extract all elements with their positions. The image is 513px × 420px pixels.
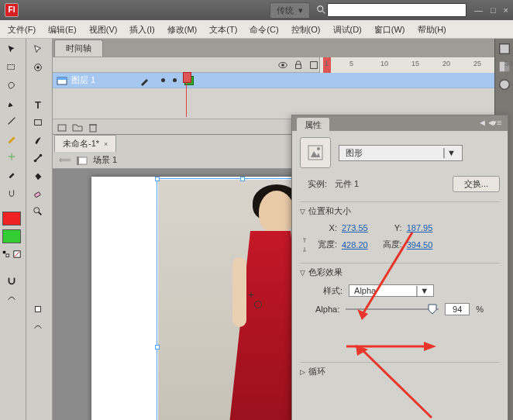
layer-row[interactable]: 图层 1	[53, 73, 494, 88]
maximize-button[interactable]: □	[491, 5, 496, 15]
panel-menu-icon[interactable]: ▾≡	[492, 118, 503, 129]
eraser-tool[interactable]	[28, 186, 48, 201]
instance-type-dropdown[interactable]: 图形 │▼	[339, 145, 463, 161]
close-tab-icon[interactable]: ×	[104, 140, 108, 148]
document-tab-label: 未命名-1*	[63, 138, 99, 150]
alpha-label: Alpha:	[315, 305, 339, 314]
svg-rect-19	[296, 64, 301, 68]
search-icon	[316, 5, 327, 15]
pen-tool[interactable]	[2, 95, 22, 111]
edit-icon	[139, 75, 150, 86]
width-value[interactable]: 428.20	[342, 240, 368, 250]
snap-tool[interactable]	[2, 273, 22, 288]
menu-debug[interactable]: 调试(D)	[327, 20, 368, 38]
alpha-input[interactable]	[445, 303, 470, 315]
menu-control[interactable]: 控制(O)	[285, 20, 327, 38]
minimize-button[interactable]: —	[474, 5, 483, 15]
smooth-tool[interactable]	[2, 291, 22, 306]
bucket-tool[interactable]	[28, 168, 48, 184]
lasso-tool[interactable]	[2, 60, 22, 75]
close-button[interactable]: ×	[504, 5, 508, 15]
timeline-ruler[interactable]: 1 5 10 15 20 25 30	[319, 57, 494, 73]
stroke-swatch[interactable]	[2, 211, 22, 226]
delete-layer-button[interactable]	[87, 121, 99, 133]
timeline-tab[interactable]: 时间轴	[54, 40, 103, 57]
rect-tool[interactable]	[28, 115, 48, 130]
subselection-tool[interactable]	[28, 42, 48, 57]
y-value[interactable]: 187.95	[407, 223, 433, 232]
layout-dropdown[interactable]: 传统 ▾	[270, 2, 310, 19]
bone-tool[interactable]	[28, 150, 48, 166]
fill-swatch[interactable]	[2, 229, 22, 244]
slider-thumb-icon[interactable]	[428, 304, 437, 315]
new-layer-button[interactable]	[56, 121, 68, 133]
height-value[interactable]: 394.50	[407, 240, 433, 250]
option-2[interactable]	[28, 319, 48, 335]
selection-tool[interactable]	[2, 42, 22, 57]
swap-button[interactable]: 交换...	[453, 176, 500, 192]
style-label: 样式:	[323, 285, 343, 297]
chevron-down-icon: │▼	[415, 286, 429, 295]
text-tool[interactable]: T	[28, 97, 48, 112]
style-dropdown[interactable]: Alpha │▼	[349, 284, 434, 297]
hand-tool[interactable]	[2, 184, 22, 200]
alpha-slider[interactable]	[346, 304, 439, 315]
no-color-icon[interactable]	[12, 246, 22, 262]
section-loop[interactable]: ▷ 循环	[300, 363, 500, 380]
lock-ratio-icon[interactable]	[298, 236, 311, 254]
document-tab[interactable]: 未命名-1* ×	[54, 135, 116, 152]
lock-icon[interactable]	[293, 60, 304, 71]
panel-collapse-icon[interactable]: ◄◄	[478, 118, 489, 129]
svg-point-33	[499, 80, 509, 90]
svg-rect-16	[36, 307, 41, 312]
x-value[interactable]: 273.55	[342, 223, 368, 232]
menu-view[interactable]: 视图(V)	[83, 20, 124, 38]
svg-rect-29	[77, 157, 79, 165]
section-position[interactable]: ▽ 位置和大小	[300, 202, 500, 220]
svg-rect-22	[57, 77, 67, 80]
svg-point-36	[317, 147, 320, 150]
menu-modify[interactable]: 修改(M)	[161, 20, 204, 38]
svg-rect-20	[311, 61, 318, 68]
visibility-icon[interactable]	[277, 60, 288, 71]
svg-line-1	[322, 11, 325, 14]
3d-tool[interactable]	[28, 60, 48, 75]
svg-rect-4	[3, 251, 5, 253]
layer-name[interactable]: 图层 1	[71, 74, 136, 86]
outline-icon[interactable]	[308, 60, 319, 71]
alpha-percent: %	[476, 305, 484, 314]
back-arrow-icon[interactable]: ⟸	[59, 155, 71, 165]
dock-icon-1[interactable]	[497, 41, 512, 57]
line-tool[interactable]	[2, 113, 22, 129]
panel-tab[interactable]: 属性	[297, 118, 329, 133]
menu-text[interactable]: 文本(T)	[203, 20, 243, 38]
option-1[interactable]	[28, 301, 48, 317]
svg-point-0	[318, 6, 323, 12]
search-input[interactable]	[327, 3, 467, 17]
menu-edit[interactable]: 编辑(E)	[42, 20, 83, 38]
deco-tool[interactable]	[2, 149, 22, 164]
svg-rect-5	[6, 254, 9, 256]
dock-icon-3[interactable]	[497, 77, 512, 92]
svg-rect-24	[90, 125, 96, 132]
lasso-free-tool[interactable]	[2, 77, 22, 93]
scene-label[interactable]: 场景 1	[93, 154, 117, 166]
section-color-effect[interactable]: ▽ 色彩效果	[300, 263, 500, 281]
brush-tool[interactable]	[28, 133, 48, 148]
zoom-tool[interactable]	[28, 204, 48, 219]
pencil-tool[interactable]	[2, 131, 22, 146]
app-icon: Fl	[5, 3, 19, 17]
svg-rect-31	[499, 62, 504, 72]
instance-name: 元件 1	[335, 178, 359, 190]
menu-insert[interactable]: 插入(I)	[123, 20, 160, 38]
style-value: Alpha	[354, 286, 376, 295]
svg-point-12	[40, 154, 43, 157]
eyedropper-tool[interactable]	[2, 167, 22, 182]
swap-colors-icon[interactable]	[2, 246, 11, 262]
tool-column-left	[0, 39, 26, 420]
menu-help[interactable]: 帮助(H)	[411, 20, 453, 38]
menu-file[interactable]: 文件(F)	[2, 20, 42, 38]
menu-window[interactable]: 窗口(W)	[368, 20, 411, 38]
menu-command[interactable]: 命令(C)	[243, 20, 284, 38]
new-folder-button[interactable]	[71, 121, 84, 133]
